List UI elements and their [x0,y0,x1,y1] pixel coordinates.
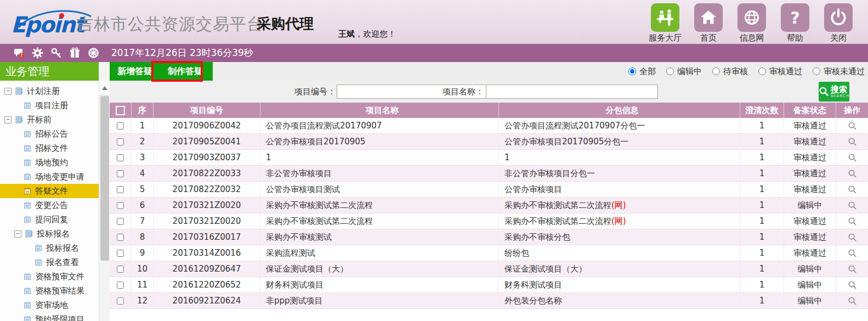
gift-icon[interactable] [69,47,81,59]
document-icon [34,244,43,252]
radio-input[interactable] [666,67,674,75]
search-button[interactable]: 搜索 SEARCH [819,82,849,102]
row-clarify-count: 1 [740,166,784,181]
radio-input[interactable] [813,67,820,75]
sidebar-item-提问回复[interactable]: 提问回复 [0,212,99,227]
select-all-checkbox[interactable] [116,106,125,115]
header-nav-button-信息网[interactable]: 信息网 [734,3,769,43]
header-nav-button-帮助[interactable]: ? 帮助 [778,3,813,43]
row-checkbox[interactable] [117,218,124,225]
row-no: 11 [132,277,154,292]
sidebar-item-开标前[interactable]: −开标前 [0,112,99,127]
row-clarify-count: 1 [740,198,784,213]
row-checkbox[interactable] [117,234,124,241]
view-detail-icon[interactable] [848,201,857,210]
sidebar-item-计划注册[interactable]: −计划注册 [0,84,99,98]
wheel-icon[interactable] [88,47,99,59]
collapse-icon[interactable]: − [14,230,21,238]
radio-label: 待审核 [723,66,748,77]
row-checkbox[interactable] [117,154,124,161]
row-checkbox[interactable] [117,297,124,305]
row-clarify-count: 1 [740,134,784,149]
filter-radio-全部[interactable]: 全部 [628,66,656,77]
col-header-no: 序 [132,103,154,118]
sidebar-tree: −计划注册项目注册−开标前招标公告招标文件场地预约场地变更申请答疑文件变更公告提… [0,81,99,321]
project-name-input[interactable] [486,85,658,99]
row-checkbox[interactable] [117,202,124,209]
row-project-name: 采购办不审核测试第二次流程 [260,213,499,229]
view-detail-icon[interactable] [848,137,857,147]
scrollbar-thumb[interactable] [100,96,109,261]
document-icon [23,187,32,195]
tab-新增答疑[interactable]: 新增答疑 [110,62,160,81]
key-icon[interactable] [50,47,62,59]
sidebar-item-报名查看[interactable]: 报名查看 [0,255,99,269]
view-detail-icon[interactable] [848,296,857,306]
sidebar-item-投标报名[interactable]: 投标报名 [0,241,99,255]
row-record-status: 审核通过 [784,166,836,181]
header-nav-button-服务大厅[interactable]: 服务大厅 [648,3,683,43]
row-checkbox[interactable] [117,122,124,129]
sidebar-item-招标文件[interactable]: 招标文件 [0,141,99,155]
tab-制作答疑[interactable]: 制作答疑 [160,62,211,81]
row-record-status: 审核通过 [784,245,836,261]
filter-radio-审核未通过[interactable]: 审核未通过 [813,66,865,77]
sidebar-item-场地变更申请[interactable]: 场地变更申请 [0,170,99,184]
row-project-code: 20170321Z0020 [154,198,260,213]
sidebar-item-label: 场地变更申请 [35,172,84,181]
sidebar-item-投标报名[interactable]: −投标报名 [0,227,99,241]
row-no: 4 [132,166,154,181]
document-icon [23,201,32,210]
row-checkbox[interactable] [117,250,124,257]
row-project-code: 20170314Z0016 [154,245,260,261]
view-detail-icon[interactable] [848,217,857,226]
sidebar-item-场地预约[interactable]: 场地预约 [0,155,99,170]
sidebar-item-资格预审结果[interactable]: 资格预审结果 [0,284,99,298]
sidebar-item-资审场地[interactable]: 资审场地 [0,298,99,312]
row-checkbox[interactable] [117,138,124,145]
radio-input[interactable] [712,67,720,75]
sidebar-item-变更公告[interactable]: 变更公告 [0,198,99,212]
sidebar-item-答疑文件[interactable]: 答疑文件 [0,184,99,198]
filter-radio-审核通过[interactable]: 审核通过 [758,66,802,77]
tab-bar: 新增答疑制作答疑 全部编辑中待审核审核通过审核未通过 [110,62,868,81]
radio-input[interactable] [758,67,766,75]
view-detail-icon[interactable] [848,169,857,178]
sidebar-scrollbar[interactable] [99,62,110,321]
sidebar-item-招标公告[interactable]: 招标公告 [0,127,99,141]
collapse-icon[interactable]: − [4,88,12,95]
header-nav-button-首页[interactable]: 首页 [691,3,726,43]
sidebar-item-预约受限项目[interactable]: 预约受限项目 [0,312,99,321]
row-checkbox[interactable] [117,266,124,273]
row-checkbox[interactable] [117,170,124,177]
view-detail-icon[interactable] [848,280,857,290]
view-detail-icon[interactable] [848,185,857,194]
view-detail-icon[interactable] [848,153,857,162]
radio-input[interactable] [628,67,636,75]
sidebar-item-label: 报名查看 [46,258,79,267]
row-record-status: 审核通过 [784,182,836,197]
header-nav-button-关闭[interactable]: 关闭 [821,3,856,43]
table-body: 1 20170906Z0042 公管办项目流程测试20170907 公管办项目流… [110,118,868,309]
gear-icon[interactable] [32,47,43,59]
row-clarify-count: 1 [740,277,784,292]
collapse-icon[interactable]: − [4,116,12,123]
view-detail-icon[interactable] [848,264,857,274]
datetime-text: 2017年12月26日 23时36分39秒 [111,47,253,59]
scroll-up-button[interactable] [99,81,110,95]
chat-icon[interactable]: ! [13,47,25,59]
package-red-suffix: (网) [611,216,626,227]
search-bar: 项目编号： 项目名称： 搜索 SEARCH [110,81,868,103]
view-detail-icon[interactable] [848,249,857,258]
view-detail-icon[interactable] [848,233,857,242]
row-checkbox[interactable] [117,281,124,289]
sidebar-item-资格预审文件[interactable]: 资格预审文件 [0,269,99,284]
row-package-info: 外包装分包名称 [499,293,740,308]
filter-radio-待审核[interactable]: 待审核 [712,66,748,77]
sidebar-item-项目注册[interactable]: 项目注册 [0,98,99,112]
view-detail-icon[interactable] [848,121,857,131]
filter-radio-编辑中[interactable]: 编辑中 [666,66,702,77]
row-clarify-count: 1 [740,182,784,197]
welcome-username: 王斌 [338,29,355,39]
row-checkbox[interactable] [117,186,124,193]
